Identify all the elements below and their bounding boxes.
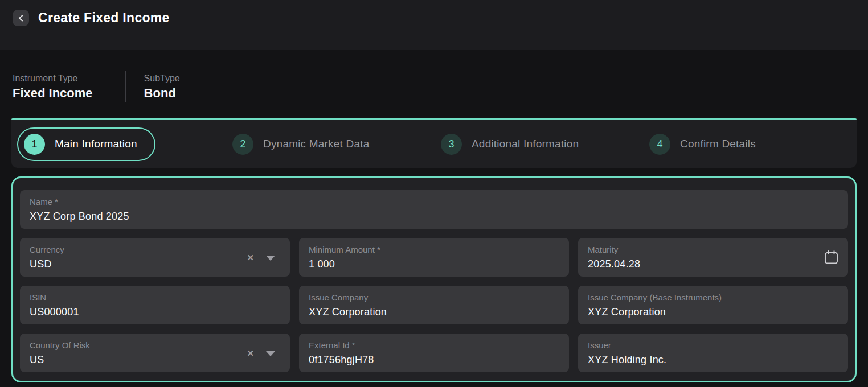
step-dynamic-market-data[interactable]: 2 Dynamic Market Data	[226, 134, 434, 155]
step-additional-information[interactable]: 3 Additional Information	[434, 134, 642, 155]
name-label: Name	[30, 197, 52, 207]
step-confirm-details[interactable]: 4 Confirm Details	[642, 134, 851, 155]
vertical-divider	[125, 71, 126, 102]
form-row-2: Currency USD ✕ Minimum Amount * 1 000 Ma…	[20, 238, 848, 277]
subtype: SubType Bond	[144, 73, 180, 101]
external-id-field[interactable]: External Id * 0f1756hgjH78	[299, 334, 569, 372]
step-4-number-badge: 4	[649, 134, 670, 155]
step-2-number-badge: 2	[232, 134, 253, 155]
maturity-label: Maturity	[588, 245, 618, 255]
subtype-value: Bond	[144, 86, 180, 101]
step-1-label: Main Information	[55, 138, 137, 150]
isin-label: ISIN	[30, 293, 46, 303]
instrument-type-value: Fixed Income	[13, 86, 93, 101]
chevron-left-icon	[17, 14, 26, 23]
issue-company-base-instruments-label: Issue Company (Base Instruments)	[588, 293, 722, 303]
create-fixed-income-page: Create Fixed Income Instrument Type Fixe…	[0, 0, 868, 382]
currency-caret-down-icon[interactable]	[266, 256, 275, 261]
subtype-label: SubType	[144, 73, 180, 84]
header: Create Fixed Income	[0, 0, 868, 50]
issue-company-field[interactable]: Issue Company XYZ Corporation	[299, 286, 569, 324]
country-of-risk-value: US	[30, 353, 280, 366]
maturity-date-field[interactable]: Maturity 2025.04.28	[578, 238, 848, 277]
required-marker: *	[55, 197, 58, 207]
instrument-meta: Instrument Type Fixed Income SubType Bon…	[13, 71, 855, 102]
issue-company-value: XYZ Corporation	[309, 306, 559, 318]
isin-field[interactable]: ISIN US000001	[20, 286, 290, 324]
country-of-risk-clear-icon[interactable]: ✕	[247, 349, 254, 357]
currency-label: Currency	[30, 245, 64, 255]
country-of-risk-label: Country Of Risk	[30, 340, 90, 351]
back-button[interactable]	[13, 10, 29, 26]
main-information-panel: Name * XYZ Corp Bond 2025 Currency USD ✕…	[11, 176, 857, 382]
step-3-label: Additional Information	[472, 138, 579, 150]
active-step-pill: 1 Main Information	[17, 127, 155, 161]
isin-value: US000001	[30, 306, 280, 318]
maturity-value: 2025.04.28	[588, 258, 838, 270]
issue-company-label: Issue Company	[309, 293, 368, 303]
issue-company-base-instruments-field[interactable]: Issue Company (Base Instruments) XYZ Cor…	[578, 286, 848, 324]
instrument-type-label: Instrument Type	[13, 73, 93, 84]
country-of-risk-select[interactable]: Country Of Risk US ✕	[20, 334, 290, 372]
issuer-field[interactable]: Issuer XYZ Holding Inc.	[578, 334, 848, 372]
issue-company-base-instruments-value: XYZ Corporation	[588, 306, 838, 318]
form-row-3: ISIN US000001 Issue Company XYZ Corporat…	[20, 286, 848, 324]
step-1-number-badge: 1	[24, 134, 45, 155]
external-id-value: 0f1756hgjH78	[309, 353, 559, 366]
issuer-label: Issuer	[588, 340, 611, 351]
currency-clear-icon[interactable]: ✕	[247, 253, 254, 262]
required-marker: *	[352, 340, 355, 351]
page-title: Create Fixed Income	[38, 10, 170, 26]
currency-value: USD	[30, 258, 280, 270]
stepper: 1 Main Information 2 Dynamic Market Data…	[11, 118, 857, 168]
step-3-number-badge: 3	[441, 134, 462, 155]
step-4-label: Confirm Details	[680, 138, 756, 150]
name-value: XYZ Corp Bond 2025	[30, 210, 838, 223]
calendar-icon[interactable]	[824, 250, 839, 265]
instrument-type: Instrument Type Fixed Income	[13, 73, 93, 101]
currency-select[interactable]: Currency USD ✕	[20, 238, 290, 277]
minimum-amount-value: 1 000	[309, 258, 559, 270]
form-row-4: Country Of Risk US ✕ External Id * 0f175…	[20, 334, 848, 372]
name-field[interactable]: Name * XYZ Corp Bond 2025	[20, 190, 848, 229]
step-main-information[interactable]: 1 Main Information	[17, 127, 226, 161]
minimum-amount-label: Minimum Amount	[309, 245, 375, 255]
external-id-label: External Id	[309, 340, 350, 351]
country-of-risk-caret-down-icon[interactable]	[266, 351, 275, 356]
issuer-value: XYZ Holding Inc.	[588, 353, 838, 366]
step-2-label: Dynamic Market Data	[263, 138, 369, 150]
minimum-amount-field[interactable]: Minimum Amount * 1 000	[299, 238, 569, 277]
required-marker: *	[377, 245, 380, 255]
